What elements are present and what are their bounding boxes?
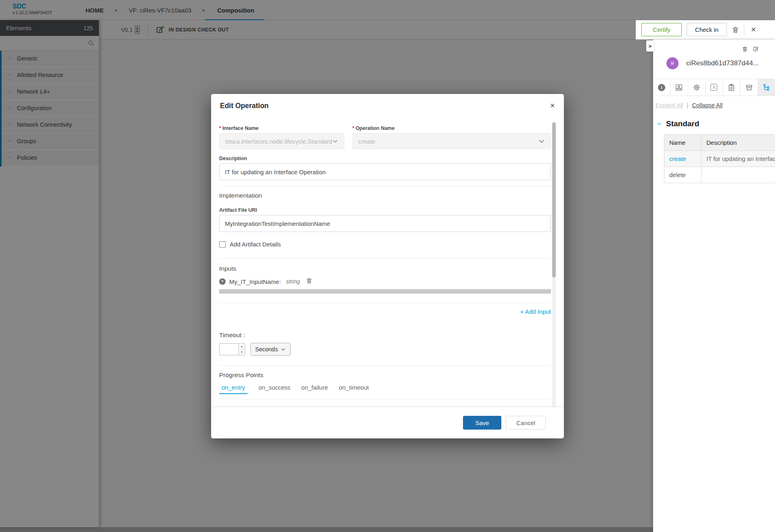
modal-body: *Interface Name tosca.interfaces.node.li… xyxy=(211,117,564,407)
tab-on-failure[interactable]: on_failure xyxy=(302,384,328,394)
expand-all-link[interactable]: Expand All xyxy=(656,102,683,108)
artifact-uri-label: Artifact File URI xyxy=(219,207,551,213)
archive-icon xyxy=(745,83,753,92)
add-artifact-details-checkbox-row[interactable]: Add Artifact Details xyxy=(219,241,551,248)
required-asterisk: * xyxy=(219,125,221,131)
close-icon: ✕ xyxy=(550,102,555,109)
trash-icon xyxy=(732,26,739,33)
interface-name-label: Interface Name xyxy=(222,125,259,131)
operation-name-label: Operation Name xyxy=(356,125,395,131)
interface-section-header[interactable]: Standard xyxy=(656,119,775,128)
edit-operation-modal: Edit Operation ✕ *Interface Name tosca.i… xyxy=(211,94,564,438)
operation-name-field: *Operation Name create xyxy=(352,125,551,149)
inputs-section-title: Inputs xyxy=(219,265,551,272)
column-header-name: Name xyxy=(664,135,702,151)
component-title-row: R ciRes8bd61d7387d44... xyxy=(653,40,775,69)
divider xyxy=(219,186,551,186)
tab-settings[interactable] xyxy=(688,79,706,96)
add-input-link[interactable]: + Add Input xyxy=(520,308,551,315)
timeout-unit-value: Seconds xyxy=(255,346,278,353)
workspace-actions: Certify Check in ✕ xyxy=(636,20,775,40)
vertical-scrollbar-thumb[interactable] xyxy=(552,122,556,277)
component-actions xyxy=(742,46,759,52)
expand-input-icon[interactable]: + xyxy=(219,278,226,285)
cancel-button[interactable]: Cancel xyxy=(506,416,546,430)
progress-points-title: Progress Points xyxy=(219,371,551,379)
gear-icon xyxy=(693,83,701,92)
expand-collapse-links: Expand All | Collapse All xyxy=(656,102,775,108)
info-circle-icon: i xyxy=(658,84,665,91)
operation-name-select[interactable]: create xyxy=(352,133,551,149)
step-up-icon[interactable]: ▲ xyxy=(239,344,245,350)
step-down-icon[interactable]: ▼ xyxy=(239,350,245,355)
details-tabs: i i xyxy=(653,79,775,96)
operation-delete-label[interactable]: delete xyxy=(664,167,702,183)
artifact-uri-field: Artifact File URI xyxy=(219,207,551,232)
operations-table: Name Description create IT for updating … xyxy=(664,134,775,183)
check-in-button[interactable]: Check in xyxy=(687,23,727,36)
tab-operations[interactable] xyxy=(758,79,775,96)
progress-point-tabs: on_entry on_success on_failure on_timeou… xyxy=(219,384,551,394)
artifact-uri-input[interactable] xyxy=(219,215,551,232)
panel-collapse-toggle[interactable]: > xyxy=(646,40,654,52)
clipboard-icon xyxy=(727,83,735,92)
tab-properties[interactable]: i xyxy=(706,79,723,96)
interface-name-value: tosca.interfaces.node.lifecycle.Standard xyxy=(225,138,332,145)
required-asterisk: * xyxy=(352,125,354,131)
delete-button[interactable] xyxy=(732,26,739,33)
link-separator: | xyxy=(687,102,689,108)
workflow-branch-icon xyxy=(762,83,771,92)
tab-composition[interactable] xyxy=(670,79,688,96)
chevron-right-icon: > xyxy=(649,43,652,49)
interface-name-select[interactable]: tosca.interfaces.node.lifecycle.Standard xyxy=(219,133,344,149)
tab-artifacts[interactable] xyxy=(740,79,758,96)
chevron-down-icon xyxy=(538,138,545,145)
divider xyxy=(219,365,551,366)
collapse-all-link[interactable]: Collapse All xyxy=(692,102,723,108)
tab-on-timeout[interactable]: on_timeout xyxy=(339,384,369,394)
molecule-icon xyxy=(675,83,683,92)
close-workspace-button[interactable]: ✕ xyxy=(749,26,758,33)
implementation-section-title: Implementation xyxy=(219,192,551,199)
component-details-panel: R ciRes8bd61d7387d44... i i Expand All |… xyxy=(653,40,775,532)
avatar: R xyxy=(666,57,679,69)
vertical-scrollbar[interactable] xyxy=(552,122,556,407)
timeout-label: Timeout : xyxy=(219,332,551,339)
input-name: My_IT_InputName: xyxy=(229,278,281,285)
tab-on-entry[interactable]: on_entry xyxy=(219,384,247,394)
save-button[interactable]: Save xyxy=(463,416,501,430)
checkbox-unchecked-icon[interactable] xyxy=(219,241,226,248)
interface-section-title: Standard xyxy=(666,119,699,128)
horizontal-scrollbar[interactable] xyxy=(219,289,551,294)
screen: SDC v.1.16.2-SNAPSHOT HOME ▸ VF: ciRes-V… xyxy=(0,0,775,532)
modal-close-button[interactable]: ✕ xyxy=(550,102,555,109)
table-row[interactable]: delete xyxy=(664,167,775,183)
edit-icon[interactable] xyxy=(753,46,759,52)
interface-name-field: *Interface Name tosca.interfaces.node.li… xyxy=(219,125,344,149)
chevron-down-icon xyxy=(656,121,662,127)
input-type: string xyxy=(286,278,300,285)
table-header-row: Name Description xyxy=(664,135,775,151)
add-artifact-details-label: Add Artifact Details xyxy=(230,241,281,248)
certify-button[interactable]: Certify xyxy=(641,23,682,36)
add-input-row: + Add Input xyxy=(219,308,551,315)
table-row[interactable]: create IT for updating an Interface Oper… xyxy=(664,151,775,167)
description-input[interactable] xyxy=(219,163,551,180)
trash-icon[interactable] xyxy=(742,46,748,52)
timeout-unit-select[interactable]: Seconds xyxy=(250,343,291,356)
timeout-row: ▲▼ Seconds xyxy=(219,343,551,356)
timeout-value-input[interactable] xyxy=(220,344,239,355)
divider xyxy=(744,25,744,35)
close-icon: ✕ xyxy=(751,26,756,33)
description-label: Description xyxy=(219,156,551,161)
modal-header: Edit Operation ✕ xyxy=(211,94,564,117)
tab-information[interactable]: i xyxy=(653,79,670,96)
description-field: Description xyxy=(219,156,551,180)
timeout-stepper[interactable]: ▲▼ xyxy=(239,344,245,355)
operation-create-link[interactable]: create xyxy=(664,151,702,167)
tab-on-success[interactable]: on_success xyxy=(258,384,290,394)
divider xyxy=(219,399,551,399)
delete-input-button[interactable] xyxy=(306,277,312,286)
tab-requirements[interactable] xyxy=(723,79,740,96)
info-square-icon: i xyxy=(710,84,717,91)
